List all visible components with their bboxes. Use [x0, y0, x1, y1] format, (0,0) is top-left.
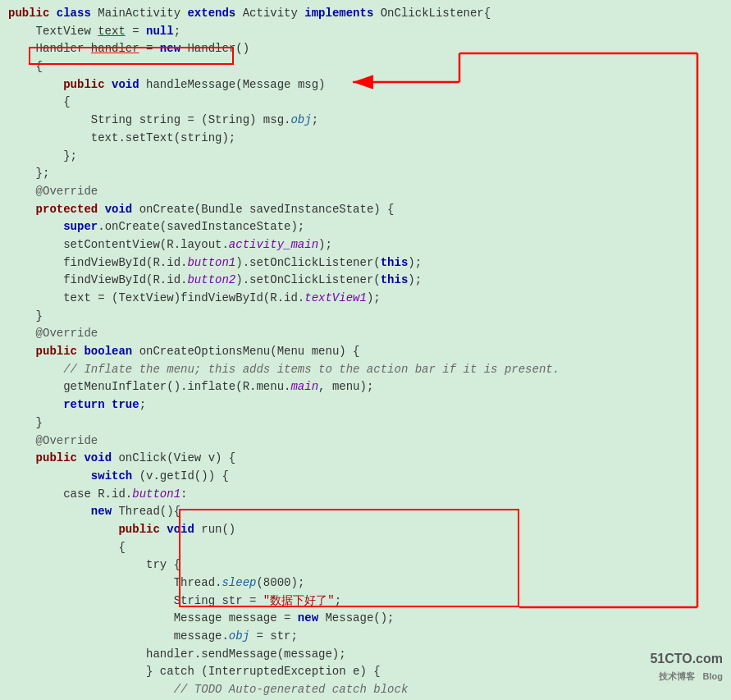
code-line-23: getMenuInflater().inflate(R.menu.main, m…	[8, 378, 723, 396]
code-line-24: return true;	[8, 396, 723, 414]
code-line-13: protected void onCreate(Bundle savedInst…	[8, 201, 723, 219]
code-line-14: super.onCreate(savedInstanceState);	[8, 218, 723, 236]
code-line-15: setContentView(R.layout.activity_main);	[8, 236, 723, 254]
code-line-40: } catch (InterruptedException e) {	[8, 663, 723, 681]
code-line-10: };	[8, 148, 723, 166]
code-block: public class MainActivity extends Activi…	[0, 0, 731, 700]
code-line-38: handler.sendMessage(message);	[8, 646, 723, 664]
code-line-21: public boolean onCreateOptionsMenu(Menu …	[8, 343, 723, 361]
code-line-22: // Inflate the menu; this adds items to …	[8, 361, 723, 379]
code-line-20: @Override	[8, 325, 723, 343]
code-line-33: try {	[8, 556, 723, 574]
code-line-32: {	[8, 539, 723, 557]
code-line-2: TextView text = null;	[8, 23, 723, 41]
code-line-8: String string = (String) msg.obj;	[8, 112, 723, 130]
code-line-1: public class MainActivity extends Activi…	[8, 5, 723, 23]
code-line-5: {	[8, 58, 723, 76]
code-line-25: }	[8, 414, 723, 432]
code-line-37: message.obj = str;	[8, 628, 723, 646]
code-line-30: new Thread(){	[8, 503, 723, 521]
code-line-28: switch (v.getId()) {	[8, 468, 723, 486]
code-line-41: // TODO Auto-generated catch block	[8, 681, 723, 699]
code-lines: public class MainActivity extends Activi…	[8, 5, 723, 700]
code-line-7: {	[8, 94, 723, 112]
code-line-4: Handler handler = new Handler()	[8, 40, 723, 58]
code-line-18: text = (TextView)findViewById(R.id.textV…	[8, 290, 723, 308]
code-line-35: String str = "数据下好了";	[8, 592, 723, 611]
code-line-34: Thread.sleep(8000);	[8, 574, 723, 592]
watermark: 51CTO.com 技术博客 Blog	[650, 649, 723, 684]
code-line-19: }	[8, 308, 723, 326]
watermark-site: 51CTO.com	[650, 649, 723, 670]
code-line-31: public void run()	[8, 521, 723, 539]
code-line-17: findViewById(R.id.button2).setOnClickLis…	[8, 272, 723, 290]
code-line-9: text.setText(string);	[8, 130, 723, 148]
code-line-16: findViewById(R.id.button1).setOnClickLis…	[8, 254, 723, 272]
code-line-12: @Override	[8, 183, 723, 201]
code-line-27: public void onClick(View v) {	[8, 450, 723, 468]
code-line-11: };	[8, 165, 723, 183]
code-line-29: case R.id.button1:	[8, 486, 723, 504]
code-line-36: Message message = new Message();	[8, 610, 723, 628]
code-line-26: @Override	[8, 432, 723, 451]
code-line-6: public void handleMessage(Message msg)	[8, 76, 723, 94]
watermark-sub1: 技术博客 Blog	[650, 670, 723, 684]
